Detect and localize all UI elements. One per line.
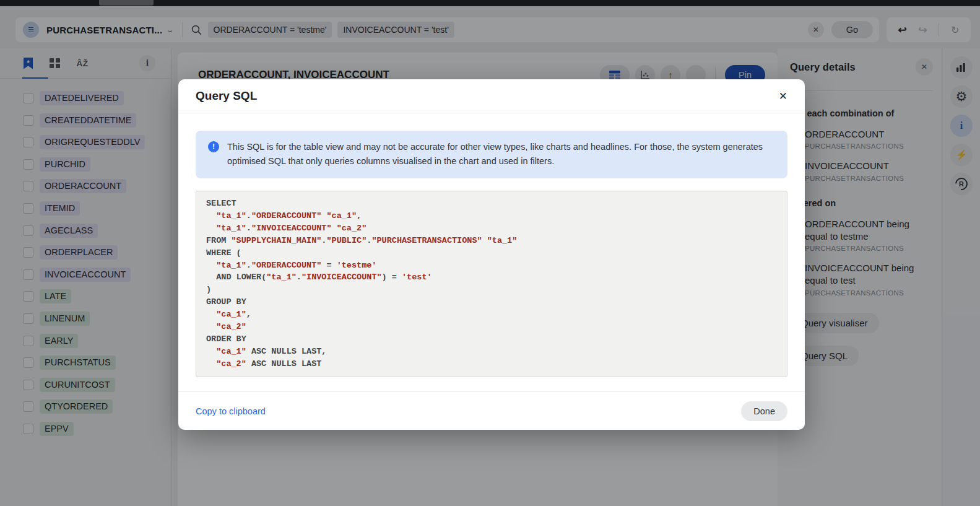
sql-line: )	[206, 284, 777, 296]
sql-line: "ta_1"."ORDERACCOUNT" = 'testme'	[206, 260, 777, 272]
sql-line: "ca_2"	[206, 321, 777, 333]
copy-to-clipboard-link[interactable]: Copy to clipboard	[196, 406, 741, 416]
sql-line: FROM "SUPPLYCHAIN_MAIN"."PUBLIC"."PURCHA…	[206, 235, 777, 247]
sql-line: "ca_1",	[206, 308, 777, 321]
query-sql-modal: Query SQL ✕ ! This SQL is for the table …	[178, 79, 805, 430]
sql-line: AND LOWER("ta_1"."INVOICEACCOUNT") = 'te…	[206, 271, 777, 284]
sql-line: GROUP BY	[206, 296, 777, 308]
sql-line: "ca_2" ASC NULLS LAST	[206, 358, 777, 370]
done-button[interactable]: Done	[741, 401, 787, 421]
sql-line: "ta_1"."INVOICEACCOUNT" "ca_2"	[206, 222, 777, 235]
modal-header: Query SQL ✕	[178, 79, 805, 113]
sql-code-block: SELECT "ta_1"."ORDERACCOUNT" "ca_1", "ta…	[196, 191, 787, 377]
sql-line: SELECT	[206, 198, 777, 210]
info-banner-text: This SQL is for the table view and may n…	[227, 140, 775, 169]
info-banner-icon: !	[208, 141, 219, 152]
modal-close-icon[interactable]: ✕	[779, 91, 787, 102]
sql-line: ORDER BY	[206, 333, 777, 346]
info-banner: ! This SQL is for the table view and may…	[196, 131, 787, 178]
modal-body: ! This SQL is for the table view and may…	[178, 113, 805, 391]
sql-line: WHERE (	[206, 247, 777, 260]
sql-line: "ca_1" ASC NULLS LAST,	[206, 346, 777, 358]
sql-line: "ta_1"."ORDERACCOUNT" "ca_1",	[206, 210, 777, 222]
modal-footer: Copy to clipboard Done	[178, 391, 805, 430]
modal-title: Query SQL	[196, 89, 779, 103]
